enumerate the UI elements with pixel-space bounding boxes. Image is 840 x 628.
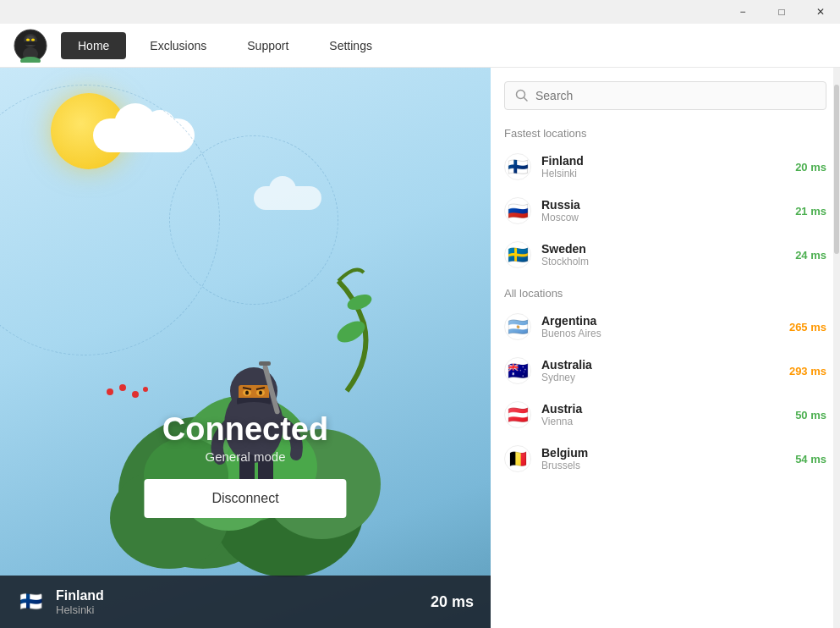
svg-point-23 [245,391,249,395]
svg-rect-30 [259,361,271,366]
scrollbar-thumb[interactable] [834,85,839,254]
location-city: Helsinki [541,168,785,179]
location-country: Russia [541,198,785,212]
hero-panel: Connected General mode Disconnect 🇫🇮 Fin… [0,68,491,628]
list-item[interactable]: 🇸🇪 Sweden Stockholm 24 ms [491,233,840,277]
location-ping: 293 ms [789,365,826,377]
location-text: Russia Moscow [541,198,785,223]
location-text: Belgium Brussels [541,446,785,471]
location-text: Australia Sydney [541,358,779,383]
maximize-button[interactable]: □ [762,0,801,24]
svg-rect-5 [24,41,37,45]
connection-mode: General mode [144,449,346,464]
location-ping: 21 ms [795,205,826,218]
location-text: Argentina Buenos Aires [541,314,779,339]
connected-area: Connected General mode Disconnect [144,411,346,518]
disconnect-button[interactable]: Disconnect [144,479,346,518]
svg-point-3 [26,38,30,41]
list-item[interactable]: 🇫🇮 Finland Helsinki 20 ms [491,145,840,189]
close-button[interactable]: ✕ [801,0,840,24]
location-ping: 24 ms [795,249,826,262]
title-bar: − □ ✕ [0,0,840,24]
all-locations-label: All locations [491,277,840,305]
location-city: Vienna [541,416,785,427]
location-text: Finland Helsinki [541,154,785,179]
app-logo [14,29,47,63]
flag-au: 🇦🇺 [504,357,531,384]
svg-point-24 [259,391,262,395]
list-item[interactable]: 🇦🇷 Argentina Buenos Aires 265 ms [491,305,840,349]
search-bar [491,68,840,117]
connection-status: Connected [144,411,346,448]
location-ping: 54 ms [795,453,826,465]
nav-support[interactable]: Support [230,32,305,59]
flag-fi: 🇫🇮 [504,153,531,180]
nav-exclusions[interactable]: Exclusions [133,32,223,59]
search-input[interactable] [535,89,815,102]
location-city: Brussels [541,460,785,471]
svg-point-4 [31,38,35,41]
location-ping: 265 ms [789,321,826,333]
flag-at: 🇦🇹 [504,401,531,428]
minimize-button[interactable]: − [723,0,762,24]
location-country: Belgium [541,446,785,460]
location-city: Sydney [541,372,779,383]
flag-ar: 🇦🇷 [504,313,531,340]
location-city: Buenos Aires [541,328,779,339]
location-country: Australia [541,358,779,372]
location-country: Sweden [541,242,785,256]
right-panel: Fastest locations 🇫🇮 Finland Helsinki 20… [491,68,840,628]
nav-home[interactable]: Home [61,32,126,59]
location-country: Austria [541,402,785,416]
svg-line-40 [524,98,528,102]
status-flag: 🇫🇮 [17,588,44,615]
status-ping: 20 ms [431,593,474,611]
flag-ru: 🇷🇺 [504,197,531,224]
location-city: Stockholm [541,256,785,267]
location-ping: 20 ms [795,161,826,174]
status-city: Helsinki [56,603,431,616]
search-input-wrap[interactable] [504,81,826,110]
scrollbar-track[interactable] [833,68,840,628]
list-item[interactable]: 🇦🇺 Australia Sydney 293 ms [491,349,840,393]
nav-settings[interactable]: Settings [312,32,389,59]
status-bar: 🇫🇮 Finland Helsinki 20 ms [0,576,491,628]
list-item[interactable]: 🇧🇪 Belgium Brussels 54 ms [491,437,840,481]
search-icon [515,89,529,102]
flag-se: 🇸🇪 [504,241,531,268]
location-city: Moscow [541,212,785,223]
flag-be: 🇧🇪 [504,445,531,472]
location-country: Argentina [541,314,779,328]
location-ping: 50 ms [795,409,826,421]
status-info: Finland Helsinki [56,588,431,616]
location-country: Finland [541,154,785,168]
list-item[interactable]: 🇷🇺 Russia Moscow 21 ms [491,189,840,233]
fastest-locations-label: Fastest locations [491,117,840,145]
list-item[interactable]: 🇦🇹 Austria Vienna 50 ms [491,393,840,437]
location-text: Sweden Stockholm [541,242,785,267]
status-country: Finland [56,588,431,603]
nav-bar: Home Exclusions Support Settings [0,24,840,68]
location-list[interactable]: Fastest locations 🇫🇮 Finland Helsinki 20… [491,117,840,628]
location-text: Austria Vienna [541,402,785,427]
